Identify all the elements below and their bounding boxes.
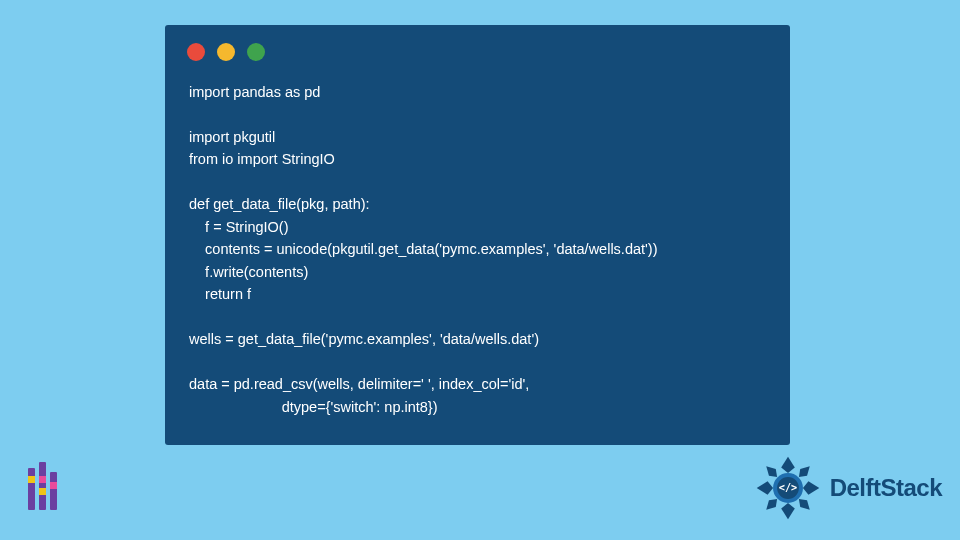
left-logo-icon [18, 462, 66, 510]
window-controls [165, 25, 790, 71]
brand-logo: </> DelftStack [754, 454, 942, 522]
minimize-icon [217, 43, 235, 61]
svg-text:</>: </> [778, 482, 796, 493]
brand-name: DelftStack [830, 474, 942, 502]
code-block: import pandas as pd import pkgutil from … [165, 71, 790, 438]
code-window: import pandas as pd import pkgutil from … [165, 25, 790, 445]
close-icon [187, 43, 205, 61]
brand-emblem-icon: </> [754, 454, 822, 522]
maximize-icon [247, 43, 265, 61]
